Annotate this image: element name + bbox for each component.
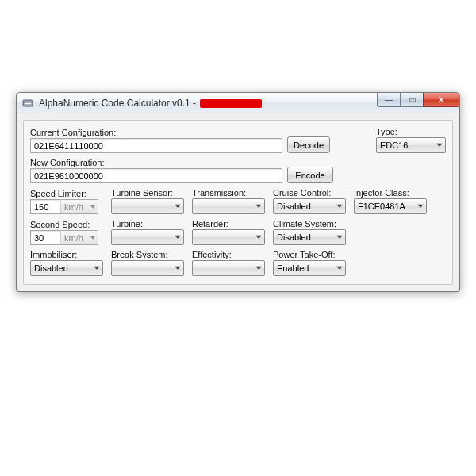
injector-class-label: Injector Class: — [354, 188, 427, 198]
turbine-sensor-combo[interactable] — [111, 198, 184, 214]
chevron-down-icon — [336, 236, 343, 239]
current-config-input[interactable] — [30, 138, 282, 153]
immobiliser-label: Immobiliser: — [30, 250, 103, 259]
effectivity-combo[interactable] — [192, 260, 265, 276]
chevron-down-icon — [90, 236, 95, 239]
type-combo[interactable]: EDC16 — [376, 137, 446, 153]
chevron-down-icon — [436, 144, 443, 147]
window-title: AlphaNumeric Code Calculator v0.1 - — [39, 98, 262, 109]
current-config-label: Current Configuration: — [30, 128, 282, 137]
transmission-label: Transmission: — [192, 188, 265, 198]
svg-rect-2 — [25, 103, 31, 104]
cruise-control-combo[interactable]: Disabled — [273, 198, 346, 214]
maximize-button[interactable]: ▭ — [400, 93, 424, 107]
chevron-down-icon — [255, 267, 262, 270]
climate-system-combo[interactable]: Disabled — [273, 229, 346, 245]
chevron-down-icon — [90, 205, 95, 208]
chevron-down-icon — [175, 236, 181, 239]
new-config-input[interactable] — [30, 168, 282, 183]
window-controls: — ▭ ✕ — [378, 93, 459, 109]
cruise-control-label: Cruise Control: — [273, 188, 346, 198]
client-area: Current Configuration: Decode Type: EDC1… — [17, 113, 459, 291]
app-icon — [21, 97, 34, 109]
break-system-label: Break System: — [111, 250, 184, 259]
chevron-down-icon — [255, 205, 262, 208]
speed-limiter-unit[interactable]: km/h — [60, 199, 98, 214]
new-config-label: New Configuration: — [30, 158, 282, 167]
chevron-down-icon — [175, 267, 181, 270]
second-speed-unit[interactable]: km/h — [60, 230, 98, 245]
decode-button[interactable]: Decode — [287, 136, 330, 153]
injector-class-combo[interactable]: F1CE0481A — [354, 198, 427, 214]
speed-limiter-input[interactable] — [30, 199, 60, 214]
chevron-down-icon — [255, 236, 262, 239]
chevron-down-icon — [175, 205, 181, 208]
app-window: AlphaNumeric Code Calculator v0.1 - — ▭ … — [16, 92, 460, 292]
close-button[interactable]: ✕ — [423, 93, 459, 107]
immobiliser-combo[interactable]: Disabled — [30, 260, 103, 276]
climate-system-label: Climate System: — [273, 219, 346, 228]
chevron-down-icon — [336, 205, 343, 208]
main-group: Current Configuration: Decode Type: EDC1… — [23, 120, 453, 285]
transmission-combo[interactable] — [192, 198, 265, 214]
chevron-down-icon — [94, 267, 100, 270]
second-speed-input[interactable] — [30, 230, 60, 245]
speed-limiter-label: Speed Limiter: — [30, 189, 103, 198]
chevron-down-icon — [417, 205, 424, 208]
encode-button[interactable]: Encode — [287, 167, 333, 183]
retarder-label: Retarder: — [192, 219, 265, 228]
power-takeoff-combo[interactable]: Enabled — [273, 260, 346, 276]
redacted-text — [200, 99, 262, 108]
second-speed-label: Second Speed: — [30, 220, 103, 229]
break-system-combo[interactable] — [111, 260, 184, 276]
retarder-combo[interactable] — [192, 229, 265, 245]
minimize-button[interactable]: — — [377, 93, 401, 107]
effectivity-label: Effectivity: — [192, 250, 265, 259]
svg-rect-1 — [25, 102, 31, 102]
type-label: Type: — [376, 127, 446, 136]
turbine-label: Turbine: — [111, 219, 184, 228]
turbine-sensor-label: Turbine Sensor: — [111, 188, 184, 198]
chevron-down-icon — [336, 267, 343, 270]
power-takeoff-label: Power Take-Off: — [273, 250, 346, 259]
turbine-combo[interactable] — [111, 229, 184, 245]
titlebar[interactable]: AlphaNumeric Code Calculator v0.1 - — ▭ … — [17, 93, 459, 113]
